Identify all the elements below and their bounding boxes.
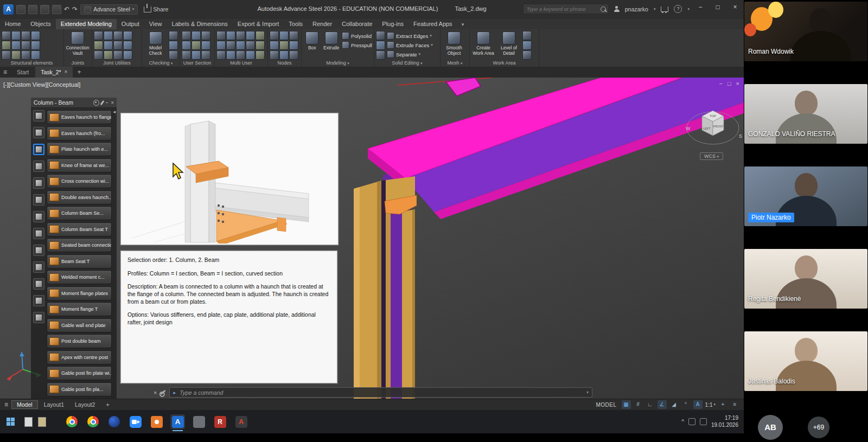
palette-category-icon[interactable]: [33, 278, 44, 290]
share-button[interactable]: Share: [141, 6, 168, 12]
joint-item[interactable]: Double eaves haunch...: [47, 190, 112, 204]
doc-tab-start[interactable]: Start: [11, 67, 34, 78]
joint-utility-icon[interactable]: [104, 41, 113, 50]
multi-user-icon[interactable]: [236, 41, 245, 50]
taskbar-doc-icon[interactable]: [24, 417, 33, 427]
panel-label[interactable]: Multi User: [215, 60, 267, 67]
viewport-minimize-icon[interactable]: −: [719, 80, 722, 87]
extract-edges-button[interactable]: Extract Edges ▾: [387, 32, 433, 40]
tab-labels-dimensions[interactable]: Labels & Dimensions: [167, 19, 233, 29]
solid-editing-icon[interactable]: [376, 41, 385, 50]
layout-tab-model[interactable]: Model: [11, 400, 38, 409]
extrude-faces-button[interactable]: Extrude Faces ▾: [387, 41, 433, 49]
panel-label[interactable]: Solid Editing ▾: [374, 60, 440, 67]
participant-video[interactable]: Piotr Nazarko: [744, 165, 868, 247]
user-section-icon[interactable]: [182, 41, 191, 50]
joint-item[interactable]: Welded moment c...: [47, 270, 112, 284]
multi-user-icon[interactable]: [216, 41, 226, 50]
doc-tab-task2[interactable]: Task_2* ×: [35, 67, 73, 78]
work-area-icon[interactable]: [522, 50, 532, 60]
search-icon[interactable]: [601, 7, 606, 12]
command-history-icon[interactable]: ▾: [586, 390, 589, 395]
joint-utility-icon[interactable]: [94, 50, 103, 60]
palette-category-icon[interactable]: [33, 110, 44, 121]
workspace-switcher[interactable]: Advance Steel ▾: [80, 4, 138, 15]
participant-video[interactable]: GONZALO VALIÑO RIESTRA: [744, 82, 868, 165]
wrench-icon[interactable]: [161, 390, 166, 395]
nodes-icon[interactable]: [279, 31, 289, 40]
close-command-icon[interactable]: ×: [154, 389, 157, 396]
model-viewport[interactable]: [-][Custom View][Conceptual] − □ ×: [0, 78, 744, 399]
work-area-icon[interactable]: [522, 31, 532, 40]
panel-label[interactable]: User Section: [180, 60, 214, 67]
presspull-button[interactable]: Presspull: [342, 41, 372, 49]
new-tab-button[interactable]: +: [74, 68, 84, 76]
structural-element-icon[interactable]: [2, 41, 11, 50]
open-file-icon[interactable]: [28, 5, 37, 14]
panel-label[interactable]: Work Area: [470, 60, 539, 67]
tab-output[interactable]: Output: [117, 19, 144, 29]
joint-item[interactable]: Cross connection wi...: [47, 174, 112, 188]
joint-utility-icon[interactable]: [104, 31, 113, 40]
joint-item[interactable]: Knee of frame at we...: [47, 158, 112, 172]
ribbon-options-icon[interactable]: ▾: [457, 19, 469, 29]
palette-category-icon[interactable]: [33, 144, 44, 155]
search-field[interactable]: [523, 4, 609, 14]
multi-user-icon[interactable]: [236, 31, 245, 40]
palette-category-icon[interactable]: [33, 194, 44, 206]
palette-category-icon[interactable]: [33, 177, 44, 189]
checking-icon[interactable]: [169, 31, 178, 40]
multi-user-icon[interactable]: [256, 31, 265, 40]
user-section-icon[interactable]: [201, 41, 210, 50]
gear-icon[interactable]: [93, 100, 99, 106]
joint-utility-icon[interactable]: [113, 41, 123, 50]
joint-item[interactable]: Plate haunch with e...: [47, 142, 112, 156]
help-icon[interactable]: ?: [674, 5, 682, 13]
joint-item[interactable]: Seated beam connection: [47, 238, 112, 252]
volume-icon[interactable]: [700, 418, 707, 425]
joint-item[interactable]: Apex with centre post: [47, 350, 112, 364]
file-tabs-menu-icon[interactable]: ≡: [3, 68, 7, 76]
nodes-icon[interactable]: [270, 41, 279, 50]
add-scale-icon[interactable]: +: [718, 400, 727, 409]
joint-item[interactable]: Post double beam: [47, 334, 112, 348]
connection-vault-button[interactable]: Connection Vault: [66, 31, 90, 59]
multi-user-icon[interactable]: [226, 50, 235, 60]
structural-element-icon[interactable]: [31, 31, 40, 40]
tab-extended-modeling[interactable]: Extended Modeling: [56, 19, 117, 29]
palette-title-bar[interactable]: Column - Beam − ×: [31, 98, 117, 108]
structural-element-icon[interactable]: [31, 41, 40, 50]
palette-category-icon[interactable]: [33, 127, 44, 138]
minimize-button[interactable]: −: [692, 0, 709, 14]
user-section-icon[interactable]: [192, 31, 201, 40]
joint-item[interactable]: Moment flange plates: [47, 286, 112, 300]
joint-utility-icon[interactable]: [113, 50, 123, 60]
palette-category-icon[interactable]: [33, 261, 44, 273]
structural-element-icon[interactable]: [11, 31, 21, 40]
palette-category-icon[interactable]: [33, 245, 44, 256]
orange-app-icon[interactable]: [149, 414, 164, 429]
multi-user-icon[interactable]: [236, 50, 245, 60]
nodes-icon[interactable]: [270, 50, 279, 60]
structural-element-icon[interactable]: [31, 50, 40, 60]
r-app-icon[interactable]: R: [213, 414, 227, 429]
grid-toggle-icon[interactable]: ▦: [622, 400, 631, 409]
joint-item[interactable]: Gable wall end plate: [47, 318, 112, 332]
checking-icon[interactable]: [169, 50, 178, 60]
save-icon[interactable]: [40, 5, 49, 14]
box-button[interactable]: Box: [303, 31, 321, 59]
viewport-controls-label[interactable]: [-][Custom View][Conceptual]: [3, 81, 80, 88]
level-of-detail-button[interactable]: Level of Detail: [497, 31, 521, 59]
polysolid-button[interactable]: Polysolid: [342, 32, 372, 40]
palette-close-icon[interactable]: ×: [111, 99, 114, 107]
multi-user-icon[interactable]: [216, 50, 226, 60]
viewport-close-icon[interactable]: ×: [736, 80, 739, 87]
pin-icon[interactable]: [100, 100, 105, 105]
gray-app-icon[interactable]: [192, 414, 206, 429]
joint-item[interactable]: Eaves haunch (fro...: [47, 126, 112, 140]
start-button[interactable]: [7, 418, 15, 426]
joint-utility-icon[interactable]: [94, 41, 103, 50]
snap-toggle-icon[interactable]: #: [634, 400, 643, 409]
tab-view[interactable]: View: [144, 19, 167, 29]
work-area-icon[interactable]: [522, 41, 532, 50]
